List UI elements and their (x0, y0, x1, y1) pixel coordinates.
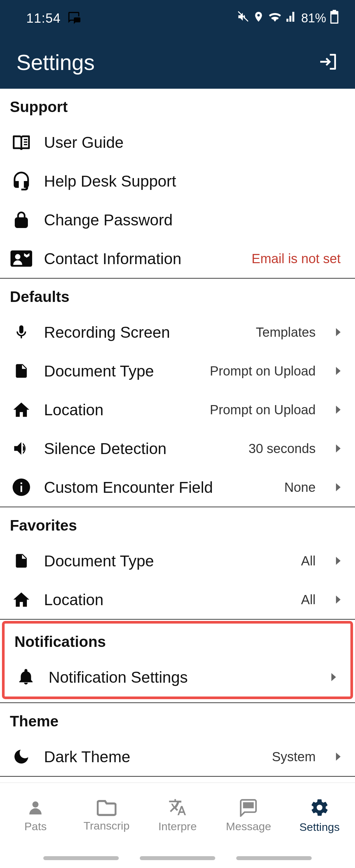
row-value: All (301, 554, 316, 568)
chevron-right-icon (331, 750, 345, 764)
section-defaults: Defaults Recording Screen Templates Docu… (0, 279, 355, 507)
row-label: Document Type (44, 362, 199, 380)
battery-icon (330, 10, 339, 27)
chevron-right-icon (327, 670, 341, 684)
row-label: User Guide (44, 133, 345, 151)
lock-icon (10, 208, 33, 231)
row-silence-detection[interactable]: Silence Detection 30 seconds (0, 429, 355, 468)
row-value: Templates (256, 325, 316, 340)
row-value: System (272, 749, 316, 764)
row-change-password[interactable]: Change Password (0, 200, 355, 239)
chevron-right-icon (331, 480, 345, 494)
section-favorites: Favorites Document Type All Location All (0, 507, 355, 620)
row-notification-settings[interactable]: Notification Settings (5, 658, 350, 696)
svg-rect-4 (21, 483, 22, 484)
headset-icon (10, 169, 33, 192)
contact-card-icon (10, 247, 33, 270)
nav-label: Pats (24, 820, 46, 833)
nav-label: Message (226, 820, 271, 833)
bell-icon (14, 665, 37, 689)
section-title-theme: Theme (0, 703, 355, 737)
chevron-right-icon (331, 325, 345, 339)
row-label: Silence Detection (44, 440, 237, 458)
document-icon (10, 360, 33, 382)
chevron-right-icon (331, 593, 345, 607)
section-title-favorites: Favorites (0, 507, 355, 541)
document-icon (10, 549, 33, 572)
row-value-warning: Email is not set (252, 251, 341, 266)
mute-icon (237, 11, 249, 26)
home-icon (10, 588, 33, 611)
page-title: Settings (16, 50, 95, 75)
row-fav-location[interactable]: Location All (0, 580, 355, 619)
section-title-defaults: Defaults (0, 279, 355, 313)
chevron-right-icon (331, 441, 345, 455)
row-value: 30 seconds (248, 441, 316, 456)
nav-messages[interactable]: Message (213, 783, 284, 848)
row-value: All (301, 592, 316, 607)
row-label: Help Desk Support (44, 172, 345, 190)
row-contact-info[interactable]: Contact Information Email is not set (0, 239, 355, 278)
row-location[interactable]: Location Prompt on Upload (0, 390, 355, 429)
chevron-right-icon (331, 403, 345, 416)
nav-label: Settings (299, 821, 340, 834)
row-label: Dark Theme (44, 748, 261, 766)
row-recording-screen[interactable]: Recording Screen Templates (0, 313, 355, 351)
section-title-support: Support (0, 89, 355, 123)
battery-percent: 81% (301, 11, 326, 25)
info-icon (10, 476, 33, 499)
row-label: Contact Information (44, 250, 241, 268)
section-title-notifications: Notifications (5, 624, 350, 658)
nav-settings[interactable]: Settings (284, 783, 355, 848)
volume-icon (10, 437, 33, 460)
section-theme: Theme Dark Theme System (0, 703, 355, 777)
status-time: 11:54 (26, 11, 61, 26)
nav-label: Interpre (158, 820, 197, 833)
wifi-icon (269, 10, 282, 26)
row-fav-document-type[interactable]: Document Type All (0, 541, 355, 580)
nav-patients[interactable]: Pats (0, 783, 71, 848)
row-value: Prompt on Upload (210, 402, 316, 417)
row-user-guide[interactable]: User Guide (0, 123, 355, 162)
svg-rect-3 (21, 486, 22, 492)
location-icon (253, 11, 264, 26)
signal-icon (285, 11, 297, 26)
section-notifications-highlight: Notifications Notification Settings (2, 621, 353, 699)
nav-transcriptions[interactable]: Transcrip (71, 783, 142, 848)
book-icon (10, 131, 33, 154)
gesture-pill (140, 856, 215, 860)
row-label: Custom Encounter Field (44, 478, 273, 496)
chevron-right-icon (331, 554, 345, 568)
row-dark-theme[interactable]: Dark Theme System (0, 737, 355, 776)
row-help-desk[interactable]: Help Desk Support (0, 162, 355, 200)
row-document-type[interactable]: Document Type Prompt on Upload (0, 351, 355, 390)
row-label: Location (44, 591, 290, 609)
nav-interpreter[interactable]: Interpre (142, 783, 213, 848)
nav-label: Transcrip (83, 819, 129, 832)
row-value: Prompt on Upload (210, 364, 316, 378)
section-support: Support User Guide Help Desk Support Cha… (0, 89, 355, 279)
row-custom-encounter-field[interactable]: Custom Encounter Field None (0, 468, 355, 506)
svg-point-5 (33, 801, 39, 808)
section-notifications: Notifications Notification Settings (5, 624, 350, 696)
gesture-pill (236, 856, 312, 860)
row-label: Change Password (44, 211, 345, 229)
svg-point-1 (15, 254, 21, 259)
home-icon (10, 398, 33, 421)
app-bar: Settings (0, 36, 355, 89)
moon-icon (10, 745, 33, 768)
gesture-bar (0, 848, 355, 868)
status-bar: 11:54 81% (0, 0, 355, 36)
mic-icon (10, 321, 33, 344)
row-label: Recording Screen (44, 323, 245, 341)
section-title-confirmations: Confirmations (0, 777, 355, 782)
gesture-pill (43, 856, 119, 860)
section-confirmations: Confirmations Confirm Uploads (0, 777, 355, 782)
chat-bubble-icon (67, 11, 80, 25)
chevron-right-icon (331, 364, 345, 378)
row-label: Notification Settings (48, 668, 316, 686)
logout-button[interactable] (318, 51, 339, 73)
bottom-nav: Pats Transcrip Interpre Message Settings (0, 782, 355, 848)
settings-content: Support User Guide Help Desk Support Cha… (0, 89, 355, 782)
row-value: None (284, 480, 316, 495)
